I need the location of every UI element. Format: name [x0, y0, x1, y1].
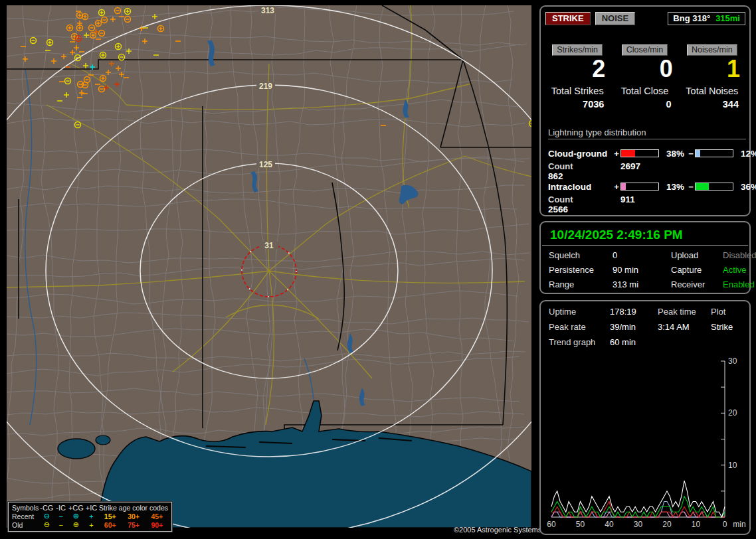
- legend-row-label: Recent: [11, 512, 39, 520]
- legend-age-code: 90+: [145, 520, 169, 529]
- legend-age-header: Strike age color codes: [98, 504, 169, 512]
- rate-value: 2: [544, 56, 611, 82]
- negative-bar: [695, 183, 733, 191]
- legend-age-code: 45+: [145, 512, 169, 520]
- trend-y-tick: 20: [728, 408, 737, 418]
- counter-column: Total Close: [611, 82, 678, 96]
- legend-col-0: -CG: [39, 504, 54, 512]
- trend-x-tick: 20: [662, 520, 672, 529]
- legend-symbol-glyph: +: [84, 520, 98, 529]
- negative-percent: 36%: [735, 182, 756, 192]
- ring-label: 125: [259, 160, 272, 169]
- minus-sign: −: [687, 182, 695, 192]
- legend-symbol-glyph: ⊕: [68, 520, 84, 529]
- status-label: Receiver: [671, 279, 723, 289]
- counter-column: 1: [679, 56, 745, 82]
- session-row: Uptime178:19Peak timePlot: [541, 307, 749, 317]
- negative-bar: [695, 149, 733, 157]
- trend-x-tick: 50: [576, 520, 585, 529]
- legend-row-label: Old: [11, 520, 39, 529]
- total-label: Total Strikes: [544, 86, 611, 96]
- trend-series-cg-negative: [551, 502, 725, 518]
- stats-panel: STRIKE NOISE Bng 318° 315mi Strikes/minC…: [539, 5, 751, 216]
- noise-mode-button[interactable]: NOISE: [595, 12, 635, 25]
- session-row: Trend graph60 min: [541, 337, 749, 347]
- rate-button-1[interactable]: Close/min: [622, 44, 668, 56]
- status-value: Disabled: [723, 250, 756, 260]
- total-label: Total Close: [611, 86, 678, 96]
- plus-sign: +: [613, 182, 620, 192]
- ring-label: 313: [261, 6, 274, 15]
- session-panel: Uptime178:19Peak timePlotPeak rate39/min…: [539, 300, 751, 535]
- legend-col-1: -IC: [54, 504, 67, 512]
- negative-count: 2566: [548, 204, 660, 214]
- total-value: 0: [611, 99, 678, 110]
- legend-age-code: 75+: [122, 520, 145, 529]
- status-label: Persistence: [549, 265, 613, 275]
- rate-button-2[interactable]: Noises/min: [687, 44, 737, 56]
- status-label: Upload: [671, 250, 723, 260]
- count-label: Count: [548, 161, 613, 171]
- trend-series-cg-positive: [551, 502, 725, 518]
- trend-x-tick: 60: [547, 520, 556, 529]
- session-cell: 3:14 AM: [658, 322, 711, 332]
- session-label: Uptime: [549, 307, 610, 317]
- session-cell: Plot: [711, 307, 741, 317]
- bearing-readout: Bng 318° 315mi: [668, 12, 745, 25]
- distribution-count-row: Count9112566: [548, 194, 746, 212]
- datetime-display: 10/24/2025 2:49:16 PM: [542, 222, 748, 246]
- legend-symbol-glyph: −: [54, 520, 67, 529]
- legend-age-code: 15+: [98, 512, 122, 520]
- status-row: Range313 miReceiverEnabled: [541, 279, 749, 289]
- status-row: Persistence90 minCaptureActive: [541, 265, 749, 275]
- legend-symbol-glyph: ⊕: [68, 512, 84, 520]
- counter-column: Total Noises: [679, 82, 745, 96]
- trend-y-tick: 10: [728, 461, 737, 470]
- legend-symbol-glyph: +: [84, 512, 98, 520]
- legend-age-code: 30+: [122, 512, 145, 520]
- minus-sign: −: [687, 149, 695, 159]
- map-canvas[interactable]: 31321912531: [7, 5, 531, 528]
- status-value: Enabled: [723, 279, 755, 289]
- status-value: 90 min: [613, 265, 671, 275]
- positive-bar: [620, 183, 659, 191]
- total-value: 344: [679, 99, 745, 110]
- app-window: 31321912531 ©2005 Astrogenic Systems Sym…: [0, 0, 756, 539]
- counter-column: 344: [679, 96, 745, 110]
- session-cell: [658, 337, 711, 347]
- trend-x-tick: 10: [692, 520, 701, 529]
- distribution-title: Lightning type distribution: [548, 127, 746, 139]
- copyright-text: ©2005 Astrogenic Systems: [454, 526, 541, 534]
- trend-x-tick: 0: [723, 520, 727, 529]
- status-row: Squelch0UploadDisabled: [541, 250, 749, 260]
- negative-percent: 12%: [735, 149, 756, 159]
- bearing-value: Bng 318°: [673, 13, 710, 23]
- symbol-legend: Symbols-CG-IC+CG+ICStrike age color code…: [8, 502, 172, 532]
- legend-col-3: +IC: [84, 504, 98, 512]
- strike-mode-button[interactable]: STRIKE: [545, 12, 591, 25]
- session-label: Trend graph: [549, 337, 610, 347]
- rate-value: 0: [611, 56, 678, 82]
- legend-symbol-glyph: ⊖: [39, 512, 54, 520]
- status-panel: 10/24/2025 2:49:16 PM Squelch0UploadDisa…: [539, 221, 751, 294]
- session-cell: [711, 337, 741, 347]
- rate-button-0[interactable]: Strikes/min: [552, 44, 603, 56]
- plus-sign: +: [613, 149, 620, 159]
- distribution-count-row: Count2697862: [548, 161, 746, 179]
- legend-symbols-header: Symbols: [11, 504, 39, 512]
- distribution-type-label: Cloud-ground: [548, 149, 613, 159]
- counter-column: 7036: [544, 96, 611, 110]
- counter-column: Strikes/min: [544, 44, 611, 56]
- ring-label: 219: [259, 82, 272, 91]
- positive-bar: [620, 149, 659, 157]
- session-value: 178:19: [610, 307, 658, 317]
- legend-symbol-glyph: ⊖: [39, 520, 54, 529]
- counter-column: Noises/min: [679, 44, 745, 56]
- ring-label: 31: [264, 241, 274, 250]
- trend-x-tick: 40: [605, 520, 614, 529]
- status-value: 313 mi: [613, 279, 671, 289]
- trend-x-tick: 30: [634, 520, 643, 529]
- distribution-type-label: Intracloud: [548, 182, 613, 192]
- legend-age-code: 60+: [98, 520, 122, 529]
- status-value: Active: [723, 265, 746, 275]
